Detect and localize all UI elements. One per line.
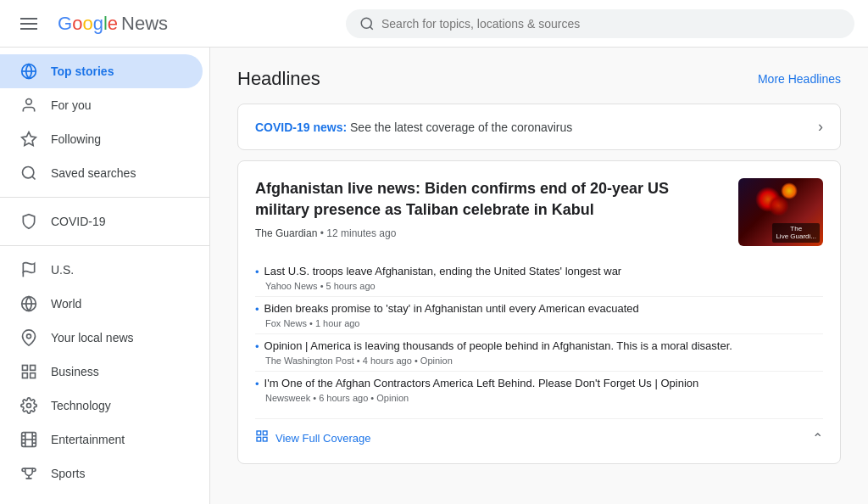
hamburger-button[interactable] bbox=[14, 11, 44, 36]
sub-article-meta-2: The Washington Post • 4 hours ago • Opin… bbox=[255, 356, 823, 366]
main-content: Headlines More Headlines COVID-19 news: … bbox=[210, 48, 868, 504]
logo[interactable]: GoogleNews bbox=[58, 13, 168, 35]
sub-source-0: Yahoo News bbox=[265, 281, 318, 291]
sidebar-us-label: U.S. bbox=[51, 263, 74, 277]
sub-tag-2: Opinion bbox=[420, 356, 453, 366]
sub-article-item[interactable]: Last U.S. troops leave Afghanistan, endi… bbox=[255, 260, 823, 297]
sub-source-3: Newsweek bbox=[265, 393, 310, 403]
sidebar-item-top-stories[interactable]: Top stories bbox=[0, 54, 203, 88]
sidebar-local-news-label: Your local news bbox=[51, 331, 134, 344]
sub-article-title-2: Opinion | America is leaving thousands o… bbox=[255, 339, 823, 353]
svg-rect-12 bbox=[23, 366, 28, 371]
logo-g: G bbox=[58, 13, 72, 34]
header: GoogleNews bbox=[0, 0, 868, 48]
covid-banner[interactable]: COVID-19 news: See the latest coverage o… bbox=[237, 104, 841, 150]
sidebar-item-entertainment[interactable]: Entertainment bbox=[0, 423, 203, 456]
world-icon bbox=[20, 295, 37, 312]
headlines-header: Headlines More Headlines bbox=[237, 68, 841, 90]
sidebar-item-for-you[interactable]: For you bbox=[0, 88, 203, 122]
sidebar-item-covid[interactable]: COVID-19 bbox=[0, 204, 203, 238]
sidebar-for-you-label: For you bbox=[51, 98, 91, 112]
logo-e: e bbox=[108, 13, 118, 34]
logo-g2: g bbox=[93, 13, 103, 34]
sub-article-title-3: I'm One of the Afghan Contractors Americ… bbox=[255, 377, 823, 390]
search-bar bbox=[346, 9, 854, 38]
person-icon bbox=[20, 97, 37, 114]
sub-time-2: 4 hours ago bbox=[363, 356, 412, 366]
article-main-area: Afghanistan live news: Biden confirms en… bbox=[255, 178, 823, 246]
view-full-coverage-link[interactable]: View Full Coverage bbox=[255, 429, 370, 446]
svg-point-0 bbox=[361, 18, 371, 28]
chevron-right-icon: › bbox=[818, 118, 823, 136]
trophy-icon bbox=[20, 465, 37, 482]
sub-article-meta-3: Newsweek • 6 hours ago • Opinion bbox=[255, 393, 823, 403]
logo-o1: o bbox=[72, 13, 82, 34]
collapse-icon[interactable]: ⌃ bbox=[812, 430, 823, 446]
sub-source-2: The Washington Post bbox=[265, 356, 354, 366]
view-coverage-label: View Full Coverage bbox=[275, 432, 370, 445]
svg-rect-14 bbox=[31, 373, 36, 378]
search-input[interactable] bbox=[381, 17, 841, 31]
sidebar-saved-searches-label: Saved searches bbox=[51, 166, 136, 180]
article-meta: The Guardian • 12 minutes ago bbox=[255, 227, 725, 239]
svg-line-1 bbox=[370, 26, 372, 29]
sub-article-item[interactable]: Biden breaks promise to 'stay' in Afghan… bbox=[255, 297, 823, 334]
sidebar-sports-label: Sports bbox=[51, 467, 85, 480]
sub-time-3: 6 hours ago bbox=[319, 393, 368, 403]
sidebar-item-sports[interactable]: Sports bbox=[0, 456, 203, 490]
sidebar-item-us[interactable]: U.S. bbox=[0, 253, 203, 287]
logo-news: News bbox=[121, 13, 168, 34]
sidebar-following-label: Following bbox=[51, 132, 101, 146]
sub-article-title-1: Biden breaks promise to 'stay' in Afghan… bbox=[255, 302, 823, 316]
sidebar-item-following[interactable]: Following bbox=[0, 122, 203, 156]
search-nav-icon bbox=[20, 165, 37, 182]
business-icon bbox=[20, 363, 37, 380]
sub-article-item[interactable]: I'm One of the Afghan Contractors Americ… bbox=[255, 372, 823, 408]
headlines-title: Headlines bbox=[237, 68, 320, 90]
svg-point-16 bbox=[27, 404, 31, 408]
sub-tag-3: Opinion bbox=[376, 393, 409, 403]
sub-article-item[interactable]: Opinion | America is leaving thousands o… bbox=[255, 334, 823, 372]
svg-rect-15 bbox=[23, 373, 28, 378]
sidebar-world-label: World bbox=[51, 297, 81, 311]
view-coverage-area: View Full Coverage ⌃ bbox=[255, 418, 823, 446]
sub-article-title-0: Last U.S. troops leave Afghanistan, endi… bbox=[255, 265, 823, 278]
sidebar-item-world[interactable]: World bbox=[0, 287, 203, 321]
sub-article-meta-0: Yahoo News • 5 hours ago bbox=[255, 281, 823, 291]
covid-link[interactable]: COVID-19 news: bbox=[255, 120, 347, 134]
svg-point-11 bbox=[27, 334, 31, 339]
sidebar-technology-label: Technology bbox=[51, 399, 111, 412]
sidebar-item-local-news[interactable]: Your local news bbox=[0, 321, 203, 355]
flag-icon bbox=[20, 261, 37, 278]
svg-rect-13 bbox=[31, 366, 36, 371]
sidebar-top-stories-label: Top stories bbox=[51, 64, 114, 78]
svg-rect-30 bbox=[257, 437, 261, 441]
coverage-grid-icon bbox=[255, 429, 269, 446]
more-headlines-link[interactable]: More Headlines bbox=[758, 72, 841, 86]
sub-time-1: 1 hour ago bbox=[315, 318, 360, 328]
article-title[interactable]: Afghanistan live news: Biden confirms en… bbox=[255, 178, 725, 221]
article-image[interactable]: The Live Guardi... bbox=[738, 178, 823, 246]
image-source-badge: The Live Guardi... bbox=[772, 223, 820, 243]
sidebar-divider-1 bbox=[0, 197, 209, 198]
sidebar-entertainment-label: Entertainment bbox=[51, 433, 125, 446]
film-icon bbox=[20, 431, 37, 448]
sub-articles-list: Last U.S. troops leave Afghanistan, endi… bbox=[255, 260, 823, 408]
sidebar-item-saved-searches[interactable]: Saved searches bbox=[0, 156, 203, 190]
article-content: Afghanistan live news: Biden confirms en… bbox=[255, 178, 725, 246]
search-icon bbox=[359, 16, 375, 31]
svg-rect-27 bbox=[257, 431, 261, 435]
article-source: The Guardian bbox=[255, 227, 317, 239]
svg-rect-28 bbox=[263, 431, 267, 435]
shield-icon bbox=[20, 213, 37, 230]
sidebar-business-label: Business bbox=[51, 365, 99, 378]
sidebar-item-business[interactable]: Business bbox=[0, 355, 203, 389]
sidebar-item-technology[interactable]: Technology bbox=[0, 389, 203, 423]
pin-icon bbox=[20, 329, 37, 346]
sidebar-divider-2 bbox=[0, 245, 209, 246]
article-image-placeholder: The Live Guardi... bbox=[738, 178, 823, 246]
sidebar: Top stories For you Following bbox=[0, 48, 210, 504]
svg-point-6 bbox=[23, 167, 34, 178]
layout: Top stories For you Following bbox=[0, 48, 868, 504]
sub-source-1: Fox News bbox=[265, 318, 307, 328]
